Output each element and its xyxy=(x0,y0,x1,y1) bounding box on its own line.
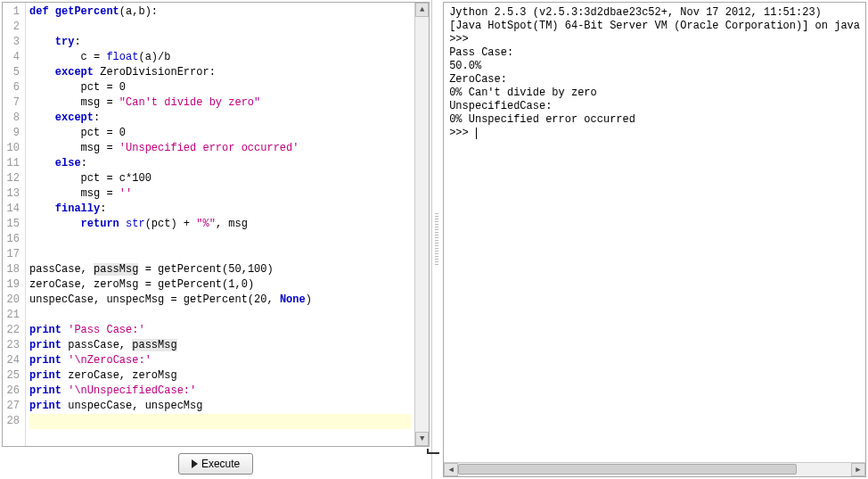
console-line: Jython 2.5.3 (v2.5.3:3d2dbae23c52+, Nov … xyxy=(449,6,860,20)
console-line: 50.0% xyxy=(449,60,860,73)
token-op: = xyxy=(106,187,112,200)
line-number: 6 xyxy=(4,80,20,95)
code-line[interactable] xyxy=(29,247,411,262)
code-line[interactable]: def getPercent(a,b): xyxy=(29,4,411,20)
drag-handle-icon[interactable] xyxy=(435,213,438,267)
resize-corner-icon[interactable] xyxy=(427,449,439,454)
token-id: zeroCase xyxy=(68,369,119,382)
code-line[interactable]: pct = 0 xyxy=(29,80,411,95)
token-str: '' xyxy=(119,187,132,200)
splitter[interactable] xyxy=(432,0,441,479)
token-kw: print xyxy=(29,384,61,397)
token-op: , xyxy=(216,218,222,230)
scroll-h-track[interactable] xyxy=(458,463,851,476)
code-line[interactable]: print unspecCase, unspecMsg xyxy=(29,399,411,414)
console-line: Pass Case: xyxy=(449,46,860,60)
token-id: msg xyxy=(81,187,101,200)
token-id: b xyxy=(138,5,144,18)
code-line[interactable] xyxy=(29,20,411,35)
console-line: 0% Unspecified error occurred xyxy=(449,113,860,127)
line-number: 24 xyxy=(4,353,20,368)
code-line[interactable]: zeroCase, zeroMsg = getPercent(1,0) xyxy=(29,277,411,293)
token-id: b xyxy=(164,51,170,63)
code-line[interactable]: print '\nUnspecifiedCase:' xyxy=(29,384,411,399)
token-var-hl: passMsg xyxy=(132,339,176,351)
token-id: a xyxy=(145,51,151,63)
token-op: : xyxy=(100,202,106,215)
token-str: 'Unspecified error occurred' xyxy=(119,142,299,154)
token-op: , xyxy=(242,263,248,276)
token-var-hl: passMsg xyxy=(94,263,138,276)
code-line[interactable]: except ZeroDivisionError: xyxy=(29,65,411,80)
code-line[interactable]: print passCase, passMsg xyxy=(29,338,411,353)
code-line[interactable] xyxy=(29,414,411,429)
token-op: , xyxy=(234,278,241,291)
code-line[interactable]: else: xyxy=(29,156,411,171)
execute-button[interactable]: Execute xyxy=(178,453,253,475)
scroll-right-icon[interactable]: ▶ xyxy=(851,463,865,476)
token-op: , xyxy=(94,293,100,306)
token-op: , xyxy=(132,400,138,412)
execute-button-label: Execute xyxy=(201,458,240,470)
token-op: , xyxy=(119,339,126,351)
token-kw: except xyxy=(55,111,94,124)
line-number: 18 xyxy=(4,262,20,277)
code-line[interactable]: except: xyxy=(29,111,411,126)
code-line[interactable]: return str(pct) + "%", msg xyxy=(29,217,411,232)
token-fn: getPercent xyxy=(55,5,119,18)
code-line[interactable]: msg = 'Unspecified error occurred' xyxy=(29,141,411,156)
scroll-left-icon[interactable]: ◀ xyxy=(444,463,458,476)
line-number: 28 xyxy=(4,414,20,429)
scroll-up-icon[interactable]: ▲ xyxy=(415,3,429,17)
token-op: ( xyxy=(248,293,254,306)
code-line[interactable]: passCase, passMsg = getPercent(50,100) xyxy=(29,262,411,277)
token-id: pct xyxy=(81,127,101,139)
code-line[interactable]: finally: xyxy=(29,202,411,217)
console-output[interactable]: Jython 2.5.3 (v2.5.3:3d2dbae23c52+, Nov … xyxy=(444,3,865,462)
code-line[interactable]: c = float(a)/b xyxy=(29,50,411,65)
token-id: c xyxy=(119,172,126,185)
code-line[interactable] xyxy=(29,308,411,323)
token-id: pct xyxy=(151,218,171,230)
token-kw: except xyxy=(55,66,94,78)
code-line[interactable]: print 'Pass Case:' xyxy=(29,323,411,338)
scroll-down-icon[interactable]: ▼ xyxy=(415,432,429,446)
line-number: 1 xyxy=(4,4,20,20)
token-str: "%" xyxy=(196,218,216,230)
code-editor[interactable]: 1234567891011121314151617181920212223242… xyxy=(2,2,430,447)
token-builtin: float xyxy=(106,51,138,63)
line-number: 11 xyxy=(4,156,20,171)
token-op: ) xyxy=(248,278,254,291)
code-line[interactable]: unspecCase, unspecMsg = getPercent(20, N… xyxy=(29,293,411,308)
token-id: unspecMsg xyxy=(106,293,164,306)
code-line[interactable]: msg = '' xyxy=(29,186,411,202)
code-line[interactable] xyxy=(29,232,411,247)
line-number: 21 xyxy=(4,308,20,323)
code-area[interactable]: def getPercent(a,b): try: c = float(a)/b… xyxy=(26,3,414,446)
token-id: msg xyxy=(81,142,101,154)
token-id: pct xyxy=(81,81,101,94)
cursor-icon xyxy=(476,128,477,139)
code-line[interactable]: pct = 0 xyxy=(29,126,411,141)
scroll-track[interactable] xyxy=(415,17,429,432)
line-number: 7 xyxy=(4,95,20,111)
token-id: passCase xyxy=(29,263,81,276)
line-number: 23 xyxy=(4,338,20,353)
token-kw: print xyxy=(29,400,61,412)
code-line[interactable]: print zeroCase, zeroMsg xyxy=(29,368,411,384)
code-line[interactable]: try: xyxy=(29,35,411,50)
line-number: 15 xyxy=(4,217,20,232)
code-line[interactable]: msg = "Can't divide by zero" xyxy=(29,95,411,111)
scroll-h-thumb[interactable] xyxy=(458,464,797,475)
token-op: = xyxy=(170,293,176,306)
line-number: 3 xyxy=(4,35,20,50)
console-panel: Jython 2.5.3 (v2.5.3:3d2dbae23c52+, Nov … xyxy=(441,0,868,479)
token-kw: return xyxy=(81,218,119,230)
token-kw: print xyxy=(29,339,61,351)
token-op: ) xyxy=(170,218,176,230)
console-horizontal-scrollbar[interactable]: ◀ ▶ xyxy=(444,462,865,476)
code-line[interactable]: pct = c*100 xyxy=(29,171,411,186)
editor-vertical-scrollbar[interactable]: ▲ ▼ xyxy=(414,3,429,446)
code-line[interactable]: print '\nZeroCase:' xyxy=(29,353,411,368)
token-op: = xyxy=(106,81,112,94)
